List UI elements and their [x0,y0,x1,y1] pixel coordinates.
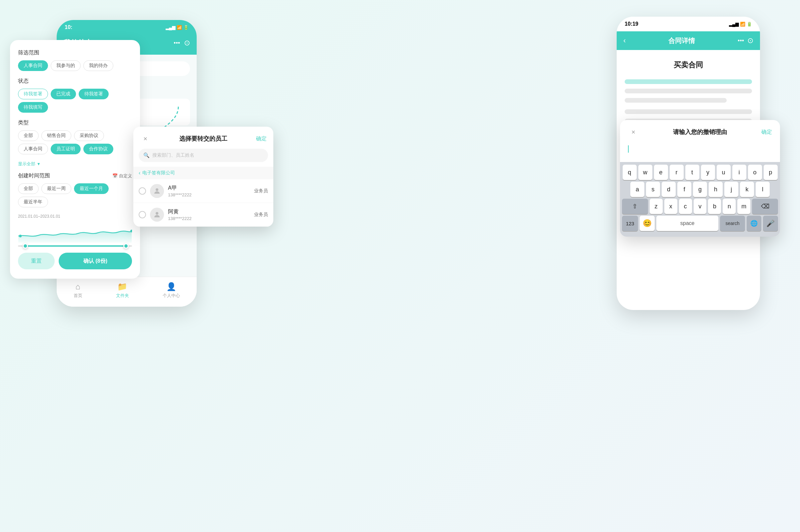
key-g[interactable]: g [693,182,707,197]
key-s[interactable]: s [646,182,660,197]
contract-main-title: 买卖合同 [625,60,752,70]
modal-search-bar[interactable]: 🔍 搜索部门、员工姓名 [139,149,268,162]
calendar-icon: 📅 [112,173,118,178]
employee-info-0: A甲 138****2222 [168,185,250,197]
nav-item-folder[interactable]: 📁 文件夹 [116,282,129,299]
key-c[interactable]: c [679,199,692,214]
key-t[interactable]: t [685,165,699,180]
key-p[interactable]: p [764,165,778,180]
key-l[interactable]: l [756,182,770,197]
key-shift[interactable]: ⇧ [622,199,648,214]
key-k[interactable]: k [740,182,754,197]
tag-status-0[interactable]: 待我签署 [18,89,48,99]
key-j[interactable]: j [724,182,738,197]
key-d[interactable]: d [662,182,676,197]
section-title-scope: 筛选范围 [18,49,132,56]
key-microphone[interactable]: 🎤 [763,216,778,231]
tag-status-2[interactable]: 待我签署 [79,89,109,99]
modal-confirm-transfer[interactable]: 确定 [256,135,267,142]
tag-time-2[interactable]: 最近一个月 [74,183,109,194]
cancel-close-btn[interactable]: × [628,127,639,137]
record-icon-right[interactable]: ⊙ [747,36,753,45]
key-n[interactable]: n [723,199,736,214]
employee-name-0: A甲 [168,185,250,192]
modal-close-transfer[interactable]: × [140,133,151,144]
tags-time: 全部 最近一周 最近一个月 最近半年 [18,183,132,207]
key-delete[interactable]: ⌫ [752,199,778,214]
key-o[interactable]: o [748,165,762,180]
content-line-1 [625,79,752,84]
svg-point-0 [19,235,22,238]
key-i[interactable]: i [732,165,746,180]
tag-time-3[interactable]: 最近半年 [18,197,48,207]
key-r[interactable]: r [670,165,684,180]
modal-header-transfer: × 选择要转交的员工 确定 [133,127,273,149]
tag-time-1[interactable]: 最近一周 [41,183,71,194]
tag-status-1[interactable]: 已完成 [51,89,76,99]
keyboard-row-3: ⇧ z x c v b n m ⌫ [622,199,778,214]
back-icon[interactable]: ‹ [623,36,626,45]
status-bar-left: 10: ▂▄▆ 📶 🔋 [57,20,197,35]
key-h[interactable]: h [709,182,723,197]
custom-link[interactable]: 📅 自定义 [112,173,132,179]
key-e[interactable]: e [654,165,668,180]
key-v[interactable]: v [694,199,707,214]
key-a[interactable]: a [630,182,644,197]
tag-type-2[interactable]: 采购协议 [74,130,104,141]
key-space[interactable]: space [656,216,718,231]
tag-type-3[interactable]: 人事合同 [18,144,48,154]
radio-1[interactable] [139,211,146,218]
confirm-button[interactable]: 确认 (8份) [59,253,132,269]
tag-type-0[interactable]: 全部 [18,130,39,141]
transfer-modal: × 选择要转交的员工 确定 🔍 搜索部门、员工姓名 ‹ 电子签有限公司 A甲 1… [133,127,273,227]
employee-item-0[interactable]: A甲 138****2222 业务员 [133,179,273,203]
key-w[interactable]: w [638,165,652,180]
svg-point-4 [156,212,158,215]
show-all-link[interactable]: 显示全部 ▼ [18,161,132,167]
modal-title-transfer: 选择要转交的员工 [179,135,227,142]
more-icon[interactable]: ••• [174,40,180,47]
key-f[interactable]: f [677,182,691,197]
tag-scope-0[interactable]: 人事合同 [18,60,48,71]
status-icons-right: ▂▄▆ 📶 🔋 [729,22,752,27]
cancel-input-area[interactable] [620,142,780,162]
cancel-title: 请输入您的撤销理由 [673,128,727,136]
key-u[interactable]: u [717,165,731,180]
key-x[interactable]: x [664,199,677,214]
key-b[interactable]: b [708,199,721,214]
nav-header-icons-right: ••• ⊙ [738,36,753,45]
tags-type: 全部 销售合同 采购协议 人事合同 员工证明 合作协议 [18,130,132,154]
chart-slider-dot-left[interactable] [23,243,28,249]
key-emoji[interactable]: 😊 [640,216,655,231]
header-icons-left: ••• ⊙ [174,39,190,48]
tag-scope-1[interactable]: 我参与的 [51,60,81,71]
chart-slider-dot-right[interactable] [123,243,129,249]
search-placeholder-modal: 搜索部门、员工姓名 [152,152,194,158]
tag-scope-2[interactable]: 我的待办 [83,60,113,71]
reset-button[interactable]: 重置 [18,253,55,269]
record-icon[interactable]: ⊙ [184,39,190,48]
tag-type-4[interactable]: 员工证明 [51,144,81,154]
employee-item-1[interactable]: 阿黄 138****2222 业务员 [133,203,273,227]
key-q[interactable]: q [623,165,637,180]
section-title-type: 类型 [18,119,132,126]
key-numbers[interactable]: 123 [622,216,638,231]
cancel-confirm-btn[interactable]: 确定 [761,129,772,136]
key-search[interactable]: search [720,216,745,231]
tag-status-3[interactable]: 待我填写 [18,102,48,113]
tag-type-5[interactable]: 合作协议 [83,144,113,154]
chart-slider-fill [24,245,126,247]
employee-role-0: 业务员 [254,188,268,194]
tag-time-0[interactable]: 全部 [18,183,39,194]
key-y[interactable]: y [701,165,715,180]
key-z[interactable]: z [650,199,663,214]
key-globe[interactable]: 🌐 [747,216,762,231]
nav-item-home[interactable]: ⌂ 首页 [74,282,82,299]
more-icon-right[interactable]: ••• [738,37,744,44]
chart-slider[interactable] [18,245,132,247]
nav-item-profile[interactable]: 👤 个人中心 [163,282,180,299]
radio-0[interactable] [139,187,146,195]
section-title-status: 状态 [18,78,132,85]
key-m[interactable]: m [737,199,750,214]
tag-type-1[interactable]: 销售合同 [41,130,71,141]
